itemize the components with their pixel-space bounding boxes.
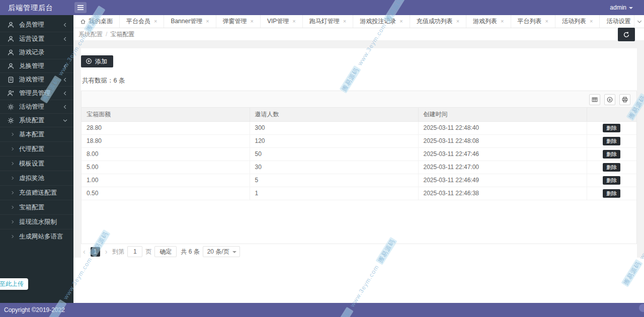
tab-banner[interactable]: Banner管理× (164, 15, 216, 28)
tab-overflow-button[interactable] (634, 15, 644, 28)
arrow-right-icon (10, 146, 15, 151)
close-icon[interactable]: × (251, 19, 254, 24)
home-icon (80, 19, 86, 25)
tab-game-list[interactable]: 游戏列表× (466, 15, 511, 28)
username: admin (610, 4, 626, 11)
tab-activity-list[interactable]: 活动列表× (555, 15, 600, 28)
floating-dot[interactable] (639, 304, 644, 312)
goto-page-input[interactable] (127, 246, 142, 257)
breadcrumb-current: 宝箱配置 (110, 31, 134, 38)
delete-button[interactable]: 删除 (603, 163, 620, 172)
drag-upload-hint[interactable]: 拖至此上传 (0, 278, 28, 290)
table-row: 1.00 5 2025-03-11 22:46:49 删除 (82, 174, 636, 187)
prev-page-icon[interactable]: ‹ (81, 248, 88, 256)
tab-recharge-success[interactable]: 充值成功列表× (410, 15, 466, 28)
sidebar-subitem-treasure-box-config[interactable]: 宝箱配置 (0, 200, 73, 214)
col-created: 创建时间 (418, 108, 587, 121)
sidebar-subitem-withdraw-limit[interactable]: 提现流水限制 (0, 214, 73, 229)
data-table: 宝箱面额 邀请人数 创建时间 28.80 300 2025-03-11 22:4… (81, 91, 637, 244)
close-icon[interactable]: × (206, 19, 209, 24)
tab-desktop[interactable]: 我的桌面 (73, 15, 120, 28)
col-amount: 宝箱面额 (82, 108, 250, 121)
chevron-down-icon (636, 19, 642, 25)
chevron-left-icon (62, 36, 68, 42)
tab-activity-settings[interactable]: 活动设置× (600, 15, 634, 28)
sidebar-item-label: 运营设置 (19, 35, 44, 42)
filter-columns-button[interactable] (589, 94, 600, 105)
print-button[interactable] (619, 94, 630, 105)
delete-button[interactable]: 删除 (603, 176, 620, 185)
chevron-down-icon (62, 118, 68, 123)
sidebar-item-members[interactable]: 会员管理 (0, 18, 73, 32)
tab-platform-members[interactable]: 平台会员× (120, 15, 164, 28)
sidebar-subitem-multilanguage[interactable]: 生成网站多语言 (0, 229, 73, 244)
tab-bet-records[interactable]: 游戏投注记录× (353, 15, 410, 28)
sidebar-subitem-label: 提现流水限制 (19, 218, 57, 225)
close-icon[interactable]: × (545, 19, 548, 24)
close-icon[interactable]: × (292, 19, 295, 24)
refresh-icon (623, 31, 630, 38)
close-icon[interactable]: × (501, 19, 504, 24)
next-page-icon[interactable]: › (103, 248, 110, 256)
arrow-right-icon (10, 219, 15, 224)
sidebar-item-operations[interactable]: 运营设置 (0, 32, 73, 45)
menu-toggle-button[interactable] (74, 2, 87, 13)
filter-columns-icon (591, 96, 598, 103)
delete-button[interactable]: 删除 (603, 137, 620, 145)
sidebar-subitem-basic-config[interactable]: 基本配置 (0, 127, 73, 141)
sidebar-subitem-template-settings[interactable]: 模板设置 (0, 156, 73, 171)
refresh-button[interactable] (618, 28, 635, 41)
delete-button[interactable]: 删除 (603, 189, 620, 198)
sidebar-subitem-agent-config[interactable]: 代理配置 (0, 141, 73, 156)
caret-down-icon (629, 7, 633, 9)
user-icon (7, 49, 15, 56)
close-icon[interactable]: × (343, 19, 346, 24)
close-icon[interactable]: × (456, 19, 459, 24)
sidebar-item-admins[interactable]: 管理员管理 (0, 86, 73, 100)
table-header-row: 宝箱面额 邀请人数 创建时间 (82, 108, 636, 121)
sidebar-item-exchange[interactable]: 兑换管理 (0, 59, 73, 72)
sidebar-item-activities[interactable]: 活动管理 (0, 100, 73, 113)
sidebar-subitem-virtual-pool[interactable]: 虚拟奖池 (0, 171, 73, 185)
chevron-left-icon (62, 22, 68, 28)
breadcrumb: 系统配置/宝箱配置 (73, 28, 644, 40)
top-header: 后端管理后台 admin (0, 0, 644, 15)
goto-label: 到第 (112, 248, 124, 256)
sidebar-item-game-records[interactable]: 游戏记录 (0, 45, 73, 59)
delete-button[interactable]: 删除 (603, 124, 620, 132)
current-page-button[interactable]: 1 (91, 247, 100, 257)
tab-popup[interactable]: 弹窗管理× (216, 15, 261, 28)
tab-platform-list[interactable]: 平台列表× (511, 15, 555, 28)
sidebar-item-label: 兑换管理 (19, 62, 44, 69)
table-toolbar (82, 91, 636, 108)
close-icon[interactable]: × (590, 19, 593, 24)
tab-vip[interactable]: VIP管理× (261, 15, 303, 28)
sidebar-item-game-management[interactable]: 游戏管理 (0, 72, 73, 86)
close-icon[interactable]: × (154, 19, 157, 24)
add-button[interactable]: 添加 (81, 55, 113, 67)
col-invites: 邀请人数 (250, 108, 418, 121)
sidebar-subitem-label: 模板设置 (19, 160, 44, 167)
page-size-select[interactable]: 20 条/页 (203, 246, 240, 257)
goto-confirm-button[interactable]: 确定 (154, 246, 177, 257)
caret-down-icon (232, 251, 236, 253)
delete-button[interactable]: 删除 (603, 150, 620, 158)
gear-icon (7, 117, 15, 124)
pagination: ‹ 1 › 到第 页 确定 共 6 条 20 条/页 (81, 246, 637, 258)
content-background: 添加 共有数据：6 条 (73, 40, 644, 258)
app-title: 后端管理后台 (8, 0, 53, 15)
export-button[interactable] (604, 94, 615, 105)
tab-marquee[interactable]: 跑马灯管理× (303, 15, 353, 28)
breadcrumb-section[interactable]: 系统配置 (78, 31, 103, 38)
user-menu[interactable]: admin (610, 0, 633, 15)
arrow-right-icon (10, 190, 15, 195)
tab-list: 我的桌面 平台会员× Banner管理× 弹窗管理× VIP管理× 跑马灯管理×… (73, 15, 634, 28)
sidebar-item-system-config[interactable]: 系统配置 (0, 113, 73, 127)
sidebar-subitem-label: 基本配置 (19, 131, 44, 138)
close-icon[interactable]: × (399, 19, 403, 24)
sidebar-item-label: 游戏记录 (19, 49, 44, 56)
chevron-left-icon (62, 63, 68, 69)
hamburger-icon (77, 5, 84, 6)
sidebar-subitem-recharge-bonus[interactable]: 充值赠送配置 (0, 185, 73, 200)
plus-circle-icon (86, 58, 92, 64)
